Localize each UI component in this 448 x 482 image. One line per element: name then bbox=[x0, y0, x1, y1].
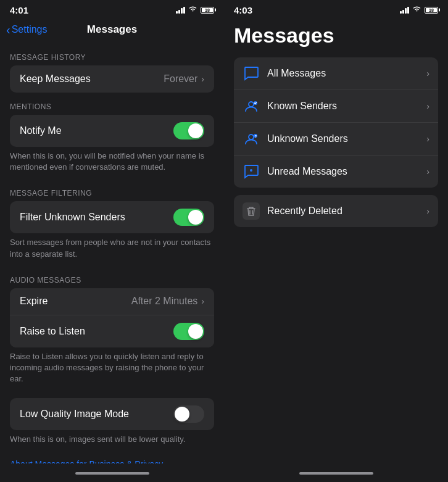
audio-messages-header: AUDIO MESSAGES bbox=[0, 266, 224, 288]
unknown-senders-label: Unknown Senders bbox=[267, 133, 419, 144]
wifi-icon bbox=[188, 6, 197, 14]
filter-unknown-knob bbox=[188, 210, 203, 225]
right-time: 4:03 bbox=[234, 5, 252, 15]
svg-point-0 bbox=[249, 102, 254, 107]
mentions-header: MENTIONS bbox=[0, 93, 224, 115]
right-page-title: Messages bbox=[224, 19, 448, 57]
trash-icon bbox=[243, 202, 260, 220]
filter-unknown-label: Filter Unknown Senders bbox=[20, 212, 125, 223]
right-battery-icon: 18 bbox=[425, 7, 438, 14]
notify-me-label: Notify Me bbox=[20, 125, 62, 136]
raise-to-listen-row[interactable]: Raise to Listen bbox=[10, 315, 214, 347]
filtering-description: Sort messages from people who are not in… bbox=[0, 233, 224, 265]
right-signal-icon bbox=[400, 7, 409, 14]
svg-text:?: ? bbox=[255, 135, 257, 138]
right-status-bar: 4:03 18 bbox=[224, 0, 448, 19]
message-history-header: MESSAGE HISTORY bbox=[0, 43, 224, 65]
keep-messages-value: Forever › bbox=[164, 73, 204, 85]
all-messages-icon bbox=[243, 65, 260, 82]
left-home-indicator bbox=[0, 463, 224, 482]
raise-to-listen-toggle[interactable] bbox=[173, 323, 204, 340]
notify-me-row[interactable]: Notify Me bbox=[10, 115, 214, 147]
about-messages-link[interactable]: About Messages for Business & Privacy bbox=[0, 452, 224, 464]
unread-messages-icon bbox=[243, 163, 260, 180]
recently-deleted-item[interactable]: Recently Deleted › bbox=[234, 195, 438, 227]
unread-messages-item[interactable]: Unread Messages › bbox=[234, 156, 438, 188]
unknown-senders-icon: ? bbox=[243, 130, 260, 148]
left-status-bar: 4:01 18 bbox=[0, 0, 224, 19]
recently-deleted-label: Recently Deleted bbox=[267, 206, 419, 217]
low-quality-row[interactable]: Low Quality Image Mode bbox=[10, 398, 214, 430]
recently-deleted-list: Recently Deleted › bbox=[234, 195, 438, 227]
right-home-indicator bbox=[224, 463, 448, 482]
expire-label: Expire bbox=[20, 296, 48, 307]
unread-messages-chevron: › bbox=[426, 167, 429, 177]
battery-icon: 18 bbox=[201, 7, 214, 14]
expire-value: After 2 Minutes › bbox=[131, 296, 204, 307]
low-quality-label: Low Quality Image Mode bbox=[20, 409, 129, 420]
all-messages-chevron: › bbox=[426, 69, 429, 78]
all-messages-item[interactable]: All Messages › bbox=[234, 57, 438, 90]
known-senders-label: Known Senders bbox=[267, 101, 419, 112]
left-home-bar bbox=[75, 472, 149, 475]
unread-messages-label: Unread Messages bbox=[267, 166, 419, 177]
recently-deleted-chevron: › bbox=[426, 206, 429, 216]
keep-messages-label: Keep Messages bbox=[20, 73, 91, 85]
filter-unknown-toggle[interactable] bbox=[173, 209, 204, 226]
right-wifi-icon bbox=[412, 6, 421, 14]
known-senders-chevron: › bbox=[426, 101, 429, 111]
signal-icon bbox=[176, 7, 185, 14]
right-spacer bbox=[224, 235, 448, 463]
right-home-bar bbox=[299, 472, 373, 475]
back-button[interactable]: ‹ Settings bbox=[6, 23, 47, 36]
svg-point-5 bbox=[250, 169, 252, 172]
left-scroll-content: MESSAGE HISTORY Keep Messages Forever › … bbox=[0, 43, 224, 463]
raise-to-listen-knob bbox=[188, 324, 203, 339]
left-time: 4:01 bbox=[10, 5, 28, 15]
raise-to-listen-label: Raise to Listen bbox=[20, 326, 85, 337]
message-filtering-group: Filter Unknown Senders bbox=[10, 201, 214, 233]
unknown-senders-chevron: › bbox=[426, 134, 429, 144]
mentions-description: When this is on, you will be notified wh… bbox=[0, 147, 224, 179]
keep-messages-chevron: › bbox=[201, 74, 204, 84]
notify-me-knob bbox=[188, 123, 203, 138]
low-quality-group: Low Quality Image Mode bbox=[10, 398, 214, 430]
svg-point-2 bbox=[249, 135, 254, 139]
known-senders-icon bbox=[243, 98, 260, 115]
audio-description: Raise to Listen allows you to quickly li… bbox=[0, 347, 224, 391]
message-filtering-header: MESSAGE FILTERING bbox=[0, 179, 224, 201]
expire-row[interactable]: Expire After 2 Minutes › bbox=[10, 288, 214, 315]
back-chevron-icon: ‹ bbox=[6, 23, 10, 36]
audio-messages-group: Expire After 2 Minutes › Raise to Listen bbox=[10, 288, 214, 347]
low-quality-description: When this is on, images sent will be low… bbox=[0, 430, 224, 451]
messages-filter-list: All Messages › Known Senders › bbox=[234, 57, 438, 188]
mentions-group: Notify Me bbox=[10, 115, 214, 147]
left-status-icons: 18 bbox=[176, 6, 214, 14]
low-quality-toggle[interactable] bbox=[173, 405, 204, 423]
keep-messages-row[interactable]: Keep Messages Forever › bbox=[10, 65, 214, 93]
expire-chevron: › bbox=[201, 296, 204, 306]
all-messages-label: All Messages bbox=[267, 68, 419, 79]
right-panel: 4:03 18 Messages bbox=[224, 0, 448, 482]
left-nav-bar: ‹ Settings Messages bbox=[0, 19, 224, 43]
nav-title: Messages bbox=[87, 23, 137, 36]
left-panel: 4:01 18 ‹ Settings bbox=[0, 0, 224, 482]
message-history-group: Keep Messages Forever › bbox=[10, 65, 214, 93]
right-status-icons: 18 bbox=[400, 6, 438, 14]
unknown-senders-item[interactable]: ? Unknown Senders › bbox=[234, 123, 438, 156]
known-senders-item[interactable]: Known Senders › bbox=[234, 90, 438, 123]
low-quality-knob bbox=[175, 407, 189, 422]
notify-me-toggle[interactable] bbox=[173, 122, 204, 139]
filter-unknown-row[interactable]: Filter Unknown Senders bbox=[10, 201, 214, 233]
back-label: Settings bbox=[12, 24, 48, 35]
